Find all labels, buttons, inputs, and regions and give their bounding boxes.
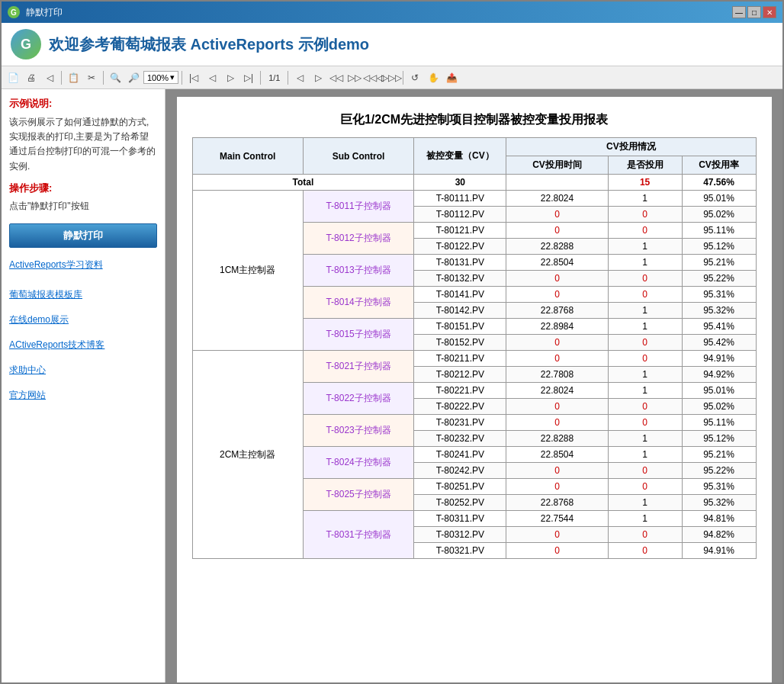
is-used-cell: 1 [608, 319, 682, 335]
sep5 [288, 71, 288, 85]
cv-time-cell: 22.8024 [506, 191, 608, 207]
cv-name-cell: T-80121.PV [414, 223, 506, 239]
toolbar-nav-e[interactable]: ◁◁◁ [365, 69, 381, 86]
close-button[interactable]: ✕ [763, 6, 776, 18]
toolbar-new[interactable]: 📄 [5, 69, 21, 86]
cv-name-cell: T-80321.PV [414, 543, 506, 559]
toolbar-nav-prev[interactable]: ◁ [204, 69, 220, 86]
table-body: Total 30 15 47.56% 1CM主控制器T-8011子控制器T-80… [192, 175, 756, 559]
report-area[interactable]: 巨化1/2CM先进控制项目控制器被控变量投用报表 Main Control Su… [165, 89, 782, 682]
sidebar-link-demo[interactable]: 在线demo展示 [9, 313, 157, 326]
table-row: 2CM主控制器T-8021子控制器T-80211.PV0094.91% [192, 351, 756, 367]
toolbar-zoom-in[interactable]: 🔎 [125, 69, 142, 86]
sidebar-link-blog[interactable]: ACtiveReports技术博客 [9, 339, 157, 352]
is-used-cell: 0 [608, 287, 682, 303]
sub-control-cell: T-8022子控制器 [303, 383, 413, 415]
sidebar: 示例说明: 该示例展示了如何通过静默的方式,实现报表的打印,主要是为了给希望通过… [2, 89, 165, 682]
is-used-cell: 1 [608, 367, 682, 383]
sidebar-link-official[interactable]: 官方网站 [9, 389, 157, 402]
is-used-cell: 0 [608, 271, 682, 287]
sidebar-link-templates[interactable]: 葡萄城报表模板库 [9, 288, 157, 301]
total-cv-time [506, 175, 608, 191]
col-cv-time: CV投用时间 [506, 156, 608, 175]
cv-rate-cell: 95.21% [682, 255, 756, 271]
cv-rate-cell: 95.31% [682, 479, 756, 495]
main-window: G 静默打印 — □ ✕ G 欢迎参考葡萄城报表 ActiveReports 示… [0, 0, 784, 684]
cv-time-cell: 0 [506, 351, 608, 367]
toolbar-nav-a[interactable]: ◁ [291, 69, 308, 86]
cv-name-cell: T-80242.PV [414, 463, 506, 479]
is-used-cell: 1 [608, 383, 682, 399]
sidebar-link-help[interactable]: 求助中心 [9, 364, 157, 377]
toolbar-refresh[interactable]: ↺ [406, 69, 423, 86]
cv-name-cell: T-80151.PV [414, 319, 506, 335]
is-used-cell: 1 [608, 495, 682, 511]
content-area: 示例说明: 该示例展示了如何通过静默的方式,实现报表的打印,主要是为了给希望通过… [2, 89, 782, 682]
cv-time-cell: 22.7808 [506, 367, 608, 383]
cv-name-cell: T-80142.PV [414, 303, 506, 319]
cv-name-cell: T-80112.PV [414, 207, 506, 223]
maximize-button[interactable]: □ [747, 6, 761, 18]
is-used-cell: 0 [608, 207, 682, 223]
col-is-used: 是否投用 [608, 156, 682, 175]
toolbar-nav-f[interactable]: ▷▷▷ [383, 69, 400, 86]
col-main-control: Main Control [192, 138, 303, 175]
is-used-cell: 0 [608, 351, 682, 367]
cv-time-cell: 0 [506, 207, 608, 223]
cv-time-cell: 0 [506, 399, 608, 415]
is-used-cell: 0 [608, 527, 682, 543]
is-used-cell: 0 [608, 479, 682, 495]
sub-control-cell: T-8014子控制器 [303, 287, 413, 319]
window-controls: — □ ✕ [732, 6, 776, 18]
toolbar-back[interactable]: ◁ [41, 69, 58, 86]
toolbar-nav-next[interactable]: ▷ [222, 69, 239, 86]
toolbar-copy[interactable]: 📋 [65, 69, 82, 86]
col-cv: 被控变量（CV） [414, 138, 506, 175]
cv-name-cell: T-80231.PV [414, 415, 506, 431]
cv-name-cell: T-80312.PV [414, 527, 506, 543]
sidebar-link-activereports[interactable]: ActiveReports学习资料 [9, 259, 157, 271]
sub-control-cell: T-8021子控制器 [303, 351, 413, 383]
sep1 [61, 71, 62, 85]
cv-name-cell: T-80232.PV [414, 431, 506, 447]
cv-time-cell: 0 [506, 543, 608, 559]
toolbar-cut[interactable]: ✂ [83, 69, 100, 86]
sep6 [403, 71, 403, 85]
sep3 [182, 71, 182, 85]
toolbar-nav-d[interactable]: ▷▷ [346, 69, 363, 86]
toolbar-nav-start[interactable]: |◁ [185, 69, 202, 86]
cv-rate-cell: 95.22% [682, 463, 756, 479]
is-used-cell: 0 [608, 463, 682, 479]
table-header-row1: Main Control Sub Control 被控变量（CV） CV投用情况 [192, 138, 756, 156]
cv-rate-cell: 95.32% [682, 303, 756, 319]
toolbar-hand[interactable]: ✋ [425, 69, 442, 86]
window-title: 静默打印 [26, 6, 726, 19]
is-used-cell: 1 [608, 447, 682, 463]
toolbar-zoom-out[interactable]: 🔍 [107, 69, 124, 86]
col-cv-rate: CV投用率 [682, 156, 756, 175]
cv-rate-cell: 95.12% [682, 431, 756, 447]
toolbar-nav-b[interactable]: ▷ [310, 69, 326, 86]
cv-time-cell: 0 [506, 415, 608, 431]
toolbar-export[interactable]: 📤 [443, 69, 460, 86]
zoom-value: 100% [147, 73, 169, 82]
toolbar-print[interactable]: 🖨 [23, 69, 40, 86]
cv-name-cell: T-80211.PV [414, 351, 506, 367]
sidebar-steps-title: 操作步骤: [9, 181, 157, 195]
toolbar-nav-c[interactable]: ◁◁ [328, 69, 345, 86]
sidebar-example-text: 该示例展示了如何通过静默的方式,实现报表的打印,主要是为了给希望通过后台控制打印… [9, 115, 157, 174]
zoom-dropdown-icon[interactable]: ▾ [170, 72, 175, 82]
is-used-cell: 1 [608, 303, 682, 319]
cv-time-cell: 22.8288 [506, 239, 608, 255]
print-button[interactable]: 静默打印 [9, 223, 157, 248]
toolbar-nav-end[interactable]: ▷| [240, 69, 257, 86]
cv-name-cell: T-80152.PV [414, 335, 506, 351]
is-used-cell: 0 [608, 399, 682, 415]
cv-time-cell: 22.7544 [506, 511, 608, 527]
cv-name-cell: T-80251.PV [414, 479, 506, 495]
cv-time-cell: 0 [506, 223, 608, 239]
sep2 [103, 71, 104, 85]
cv-rate-cell: 94.81% [682, 511, 756, 527]
minimize-button[interactable]: — [732, 6, 746, 18]
is-used-cell: 1 [608, 239, 682, 255]
